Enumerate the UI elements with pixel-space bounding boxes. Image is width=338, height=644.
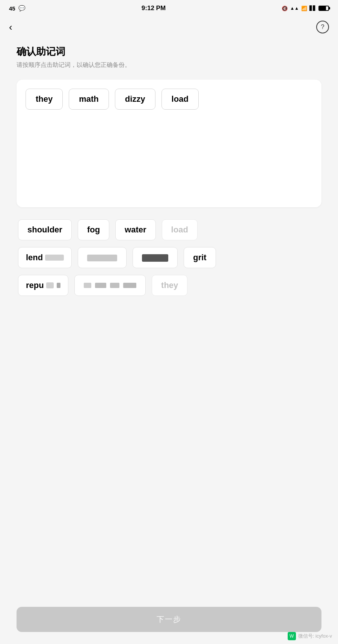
word-chip-they-used[interactable]: they [152,275,187,296]
word-pool-row-2: lend grit [17,247,321,268]
status-right: 🔇 ▲▲ 📶 ▋▋ [282,6,329,11]
page-subtitle: 请按顺序点击助记词，以确认您正确备份。 [17,61,321,69]
watermark-text: 微信号: icyfox-v [298,633,332,639]
status-time: 9:12 PM [142,5,166,12]
repu-blur [46,282,54,288]
word-chip-grit[interactable]: grit [184,247,216,268]
repu-extra [57,283,60,288]
drop-zone: they math dizzy load [17,80,321,207]
word-pool-row-3: repu they [17,275,321,296]
page-content: 确认助记词 请按顺序点击助记词，以确认您正确备份。 they math dizz… [0,38,338,644]
status-num: 45 [9,5,15,12]
status-left: 45 💬 [9,5,26,12]
selected-word-math[interactable]: math [69,89,109,110]
mute-icon: 🔇 [282,6,288,11]
blur-row3-1 [84,283,91,288]
next-button[interactable]: 下一步 [17,607,321,632]
word-chip-blurred-1[interactable] [78,247,127,268]
word-chip-fog[interactable]: fog [78,219,109,240]
repu-text: repu [26,281,44,290]
wifi-icon: 📶 [301,6,307,11]
status-bar: 45 💬 9:12 PM 🔇 ▲▲ 📶 ▋▋ [0,0,338,17]
selected-word-they[interactable]: they [26,89,63,110]
word-chip-load-used[interactable]: load [162,219,198,240]
blur-1 [87,255,117,261]
word-pool-row-1: shoulder fog water load [17,219,321,240]
signal-icon: ▲▲ [290,6,299,11]
blur-row3-2 [95,283,106,288]
battery-icon [318,6,329,11]
word-chip-blurred-row3[interactable] [74,275,146,296]
word-chip-shoulder[interactable]: shoulder [18,219,72,240]
selected-word-load[interactable]: load [161,89,199,110]
watermark: W 微信号: icyfox-v [288,632,332,640]
word-chip-water[interactable]: water [115,219,155,240]
wechat-icon: W [288,632,296,640]
lend-text: lend [26,253,43,262]
message-icon: 💬 [18,5,26,12]
cellular-icon: ▋▋ [309,6,316,11]
word-chip-blurred-2[interactable] [133,247,178,268]
lend-blur [45,255,64,261]
selected-word-dizzy[interactable]: dizzy [115,89,155,110]
nav-bar: ‹ ? [0,17,338,38]
back-button[interactable]: ‹ [9,21,12,33]
blur-row3-4 [123,283,136,288]
help-button[interactable]: ? [316,21,329,33]
word-chip-repu[interactable]: repu [18,275,68,296]
word-chip-lend[interactable]: lend [18,247,72,268]
page-title: 确认助记词 [17,45,321,58]
blur-row3-3 [110,283,119,288]
blur-2 [142,254,168,262]
